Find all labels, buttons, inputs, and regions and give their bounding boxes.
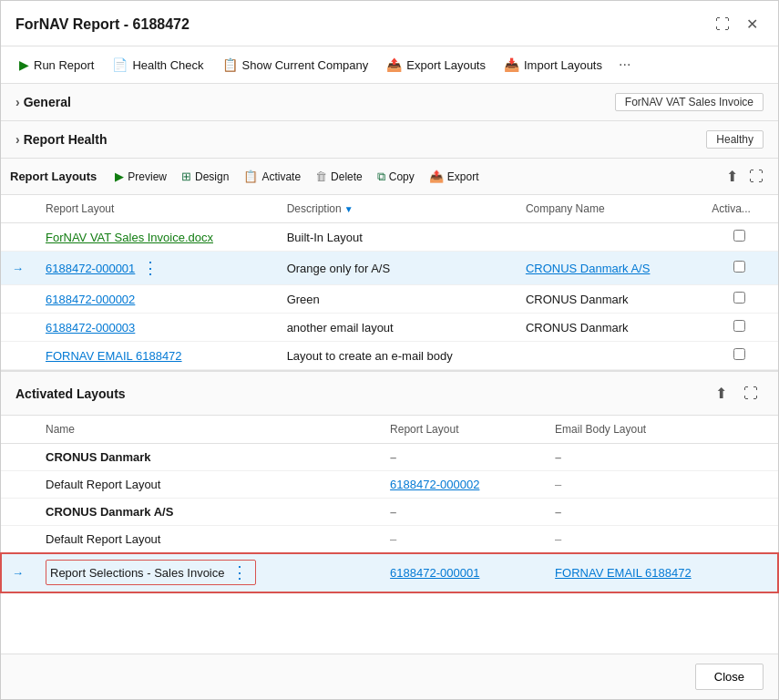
export-layouts-button[interactable]: 📤 Export Layouts bbox=[377, 53, 495, 77]
layout-cell: FORNAV EMAIL 6188472 bbox=[35, 342, 276, 370]
layout-link[interactable]: 6188472-000001 bbox=[46, 262, 135, 275]
show-current-company-button[interactable]: 📋 Show Current Company bbox=[213, 53, 378, 77]
table-row: Default Report Layout – – bbox=[1, 526, 778, 553]
run-report-button[interactable]: ▶ Run Report bbox=[10, 53, 103, 77]
activated-share-icon-btn[interactable]: ⬆ bbox=[710, 381, 733, 406]
more-button[interactable]: ··· bbox=[611, 52, 638, 77]
export-icon: 📤 bbox=[429, 170, 444, 183]
general-chevron-icon: › bbox=[15, 95, 20, 109]
activate-icon: 📋 bbox=[243, 170, 258, 183]
report-layouts-body: ForNAV VAT Sales Invoice.docx Built-In L… bbox=[1, 223, 778, 370]
layout-link[interactable]: ForNAV VAT Sales Invoice.docx bbox=[46, 231, 213, 244]
th-activated: Activa... bbox=[701, 195, 778, 223]
company-cell: CRONUS Danmark A/S bbox=[515, 252, 701, 285]
activated-cell bbox=[701, 223, 778, 252]
layout-cell: 6188472-000001 ⋮ bbox=[35, 252, 276, 285]
report-health-chevron-icon: › bbox=[15, 132, 20, 147]
preview-icon: ▶ bbox=[115, 170, 124, 183]
arrow-cell: → bbox=[1, 252, 35, 285]
activated-cell bbox=[701, 285, 778, 314]
al-rl-link[interactable]: 6188472-000001 bbox=[390, 566, 479, 580]
al-name-text: Report Selections - Sales Invoice bbox=[50, 566, 224, 580]
th-email-body: Email Body Layout bbox=[544, 416, 778, 444]
activated-checkbox[interactable] bbox=[733, 230, 745, 242]
layout-link[interactable]: 6188472-000002 bbox=[46, 293, 135, 306]
export-button[interactable]: 📤 Export bbox=[422, 166, 487, 187]
al-ebl-link[interactable]: FORNAV EMAIL 6188472 bbox=[555, 566, 692, 580]
layout-link[interactable]: 6188472-000003 bbox=[46, 321, 135, 335]
copy-button[interactable]: ⧉ Copy bbox=[370, 166, 422, 188]
close-button[interactable]: Close bbox=[695, 664, 764, 690]
al-row-dots-button[interactable]: ⋮ bbox=[228, 562, 251, 582]
th-arrow bbox=[1, 195, 35, 223]
activated-checkbox[interactable] bbox=[733, 348, 745, 360]
company-link[interactable]: CRONUS Danmark A/S bbox=[526, 262, 651, 275]
report-health-badge: Healthy bbox=[706, 130, 764, 149]
activated-maximize-icon-btn[interactable]: ⛶ bbox=[738, 381, 764, 406]
show-company-label: Show Current Company bbox=[242, 58, 369, 72]
th-report-layout: Report Layout bbox=[35, 195, 276, 223]
title-bar-actions: ⛶ ✕ bbox=[710, 14, 764, 35]
activated-layouts-section: Activated Layouts ⬆ ⛶ Name Report Layout… bbox=[1, 370, 778, 592]
preview-button[interactable]: ▶ Preview bbox=[108, 166, 174, 187]
share-icon-btn[interactable]: ⬆ bbox=[721, 164, 743, 189]
al-arrow-cell: → bbox=[1, 553, 35, 592]
desc-cell: Layout to create an e-mail body bbox=[276, 342, 515, 370]
row-dots-button[interactable]: ⋮ bbox=[138, 258, 162, 278]
delete-button[interactable]: 🗑 Delete bbox=[308, 166, 370, 187]
general-title[interactable]: › General bbox=[15, 95, 71, 109]
import-layouts-icon: 📥 bbox=[504, 57, 519, 72]
arrow-cell bbox=[1, 223, 35, 252]
al-name-cell: Default Report Layout bbox=[35, 471, 379, 499]
table-row: Default Report Layout 6188472-000002 – bbox=[1, 471, 778, 499]
activated-checkbox[interactable] bbox=[733, 261, 745, 273]
activated-layouts-table-container: Name Report Layout Email Body Layout CRO… bbox=[1, 416, 778, 592]
th-name: Name bbox=[35, 416, 379, 444]
al-arrow-cell bbox=[1, 499, 35, 526]
dialog-title: ForNAV Report - 6188472 bbox=[15, 16, 190, 33]
layout-cell: ForNAV VAT Sales Invoice.docx bbox=[35, 223, 276, 252]
health-check-button[interactable]: 📄 Health Check bbox=[103, 53, 212, 77]
activated-checkbox[interactable] bbox=[733, 320, 745, 332]
import-layouts-button[interactable]: 📥 Import Layouts bbox=[495, 53, 611, 77]
expand-button[interactable]: ⛶ bbox=[710, 14, 735, 35]
layout-link[interactable]: FORNAV EMAIL 6188472 bbox=[46, 349, 182, 363]
al-rl-cell: – bbox=[379, 444, 544, 471]
main-toolbar: ▶ Run Report 📄 Health Check 📋 Show Curre… bbox=[1, 46, 778, 84]
general-badge: ForNAV VAT Sales Invoice bbox=[615, 93, 764, 111]
report-layouts-header-row: Report Layout Description ▼ Company Name… bbox=[1, 195, 778, 223]
activated-layouts-title: Activated Layouts bbox=[15, 386, 126, 401]
maximize-icon-btn[interactable]: ⛶ bbox=[743, 165, 769, 189]
title-bar: ForNAV Report - 6188472 ⛶ ✕ bbox=[1, 1, 778, 46]
activated-checkbox[interactable] bbox=[733, 292, 745, 304]
activated-cell bbox=[701, 342, 778, 370]
th-report-layout-al: Report Layout bbox=[379, 416, 544, 444]
arrow-cell bbox=[1, 342, 35, 370]
company-cell bbox=[515, 342, 701, 370]
delete-label: Delete bbox=[331, 170, 363, 183]
table-row: 6188472-000003 another email layout CRON… bbox=[1, 314, 778, 342]
company-cell bbox=[515, 223, 701, 252]
report-health-title[interactable]: › Report Health bbox=[15, 132, 107, 147]
copy-icon: ⧉ bbox=[377, 170, 385, 184]
export-layouts-icon: 📤 bbox=[386, 57, 402, 72]
show-company-icon: 📋 bbox=[222, 57, 238, 72]
al-arrow-cell bbox=[1, 526, 35, 553]
close-button-title[interactable]: ✕ bbox=[741, 14, 764, 35]
desc-cell: Green bbox=[276, 285, 515, 314]
activated-layouts-header-row: Name Report Layout Email Body Layout bbox=[1, 416, 778, 444]
activated-icons: ⬆ ⛶ bbox=[710, 381, 764, 406]
activate-button[interactable]: 📋 Activate bbox=[236, 166, 308, 187]
al-ebl-cell: FORNAV EMAIL 6188472 bbox=[544, 553, 778, 592]
design-button[interactable]: ⊞ Design bbox=[174, 166, 236, 187]
report-layouts-table-container: Report Layout Description ▼ Company Name… bbox=[1, 195, 778, 370]
al-name-cell: Default Report Layout bbox=[35, 526, 379, 553]
delete-icon: 🗑 bbox=[315, 170, 327, 183]
company-cell: CRONUS Danmark bbox=[515, 285, 701, 314]
desc-cell: Orange only for A/S bbox=[276, 252, 515, 285]
desc-cell: another email layout bbox=[276, 314, 515, 342]
al-arrow-cell bbox=[1, 471, 35, 499]
al-ebl-cell: – bbox=[544, 471, 778, 499]
report-health-section-header: › Report Health Healthy bbox=[1, 121, 778, 159]
al-rl-link[interactable]: 6188472-000002 bbox=[390, 478, 479, 491]
